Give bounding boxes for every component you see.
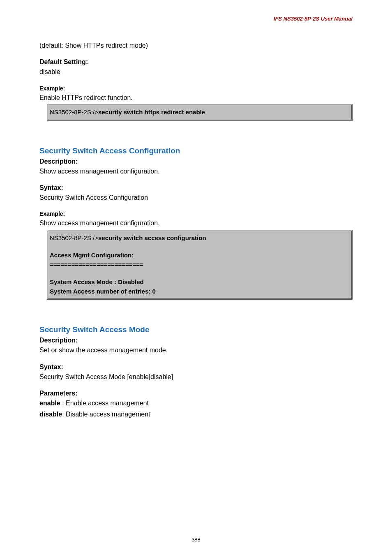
example-label: Example: (39, 85, 353, 92)
cli-output-line: System Access Mode : Disabled (50, 278, 350, 287)
parameter-value: Disable access management (66, 411, 150, 418)
syntax-label: Syntax: (39, 184, 353, 192)
cli-output-line: Access Mgmt Configuration: (50, 251, 350, 260)
description-value: Set or show the access management mode. (39, 346, 353, 355)
syntax-value: Security Switch Access Configuration (39, 193, 353, 202)
code-box: NS3502-8P-2S:/>security switch https red… (47, 104, 353, 121)
description-label: Description: (39, 337, 353, 344)
cli-output-line: ========================== (50, 260, 350, 270)
parameter-value: Enable access management (66, 400, 149, 407)
cli-command: security switch https redirect enable (98, 109, 205, 116)
example-description: Enable HTTPs redirect function. (39, 93, 353, 102)
syntax-value: Security Switch Access Mode [enable|disa… (39, 372, 353, 382)
page-content: (default: Show HTTPs redirect mode) Defa… (39, 41, 353, 419)
parameter-separator: : (62, 411, 66, 418)
default-setting-label: Default Setting: (39, 58, 353, 66)
example-description: Show access management configuration. (39, 219, 353, 228)
parameter-line: enable : Enable access management (39, 399, 353, 408)
cli-prompt: NS3502-8P-2S:/> (50, 234, 98, 241)
syntax-label: Syntax: (39, 363, 353, 371)
cli-prompt: NS3502-8P-2S:/> (50, 109, 98, 116)
parameters-label: Parameters: (39, 390, 353, 397)
parameter-separator: : (60, 400, 66, 407)
code-box: NS3502-8P-2S:/>security switch access co… (47, 230, 353, 300)
section-heading-access-configuration: Security Switch Access Configuration (39, 146, 353, 155)
description-value: Show access management configuration. (39, 167, 353, 176)
document-page: IFS NS3502-8P-2S User Manual (default: S… (0, 0, 392, 555)
cli-command: security switch access configuration (98, 234, 206, 241)
section-heading-access-mode: Security Switch Access Mode (39, 325, 353, 334)
parameter-key: disable (39, 411, 62, 418)
description-label: Description: (39, 158, 353, 165)
example-label: Example: (39, 210, 353, 217)
default-note: (default: Show HTTPs redirect mode) (39, 41, 353, 50)
page-header: IFS NS3502-8P-2S User Manual (274, 16, 353, 22)
page-number: 388 (0, 536, 392, 543)
parameter-key: enable (39, 400, 60, 407)
default-setting-value: disable (39, 67, 353, 76)
cli-output-line: System Access number of entries: 0 (50, 287, 350, 296)
parameter-line: disable: Disable access management (39, 410, 353, 419)
